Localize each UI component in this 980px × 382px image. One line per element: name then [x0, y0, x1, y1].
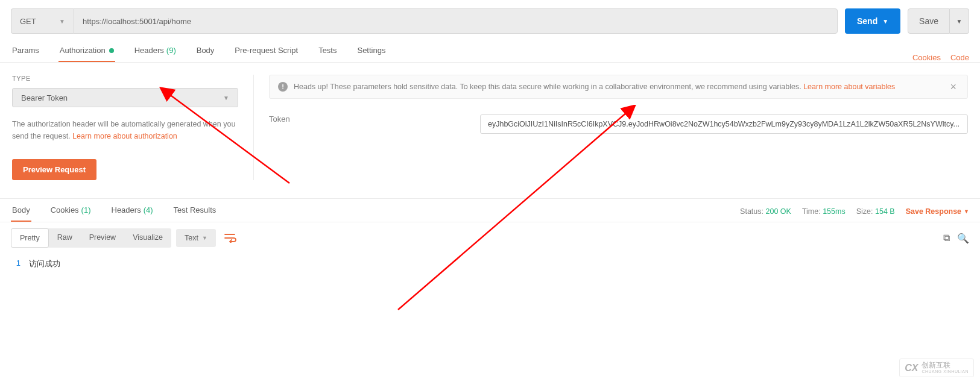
tab-settings[interactable]: Settings	[356, 46, 387, 62]
url-input[interactable]	[74, 8, 838, 34]
request-bar: GET ▼ Send ▼ Save ▼	[0, 0, 980, 42]
type-label: TYPE	[12, 75, 238, 82]
view-raw[interactable]: Raw	[49, 228, 81, 248]
save-response-button[interactable]: Save Response ▼	[906, 207, 969, 216]
view-preview[interactable]: Preview	[81, 228, 124, 248]
toolbar-right: ⧉ 🔍	[943, 233, 969, 244]
status-block: Status: 200 OK	[740, 207, 791, 216]
request-tabs: Params Authorization Headers (9) Body Pr…	[0, 42, 980, 63]
format-select[interactable]: Text ▼	[176, 229, 216, 247]
status-dot-icon	[109, 48, 114, 53]
tab-resp-body[interactable]: Body	[11, 205, 31, 222]
save-button[interactable]: Save	[908, 8, 950, 34]
authorization-panel: TYPE Bearer Token ▼ The authorization he…	[0, 63, 980, 198]
token-input[interactable]	[480, 114, 968, 134]
copy-icon[interactable]: ⧉	[943, 233, 950, 244]
tab-resp-headers[interactable]: Headers (4)	[110, 205, 154, 222]
status-value: 200 OK	[766, 207, 791, 216]
cookies-link[interactable]: Cookies	[912, 53, 941, 62]
auth-right: ! Heads up! These parameters hold sensit…	[269, 75, 980, 180]
code-link[interactable]: Code	[950, 53, 969, 62]
send-button[interactable]: Send ▼	[845, 8, 900, 34]
sensitive-data-alert: ! Heads up! These parameters hold sensit…	[269, 75, 968, 99]
watermark-text: 创新互联	[922, 362, 969, 369]
watermark-logo: CX	[905, 363, 918, 374]
size-value: 154 B	[875, 207, 895, 216]
search-icon[interactable]: 🔍	[957, 233, 969, 244]
separator	[253, 75, 254, 180]
caret-down-icon: ▼	[202, 235, 207, 241]
line-number: 1	[11, 258, 29, 269]
tab-params[interactable]: Params	[11, 46, 40, 62]
caret-down-icon: ▼	[882, 18, 888, 25]
watermark: CX 创新互联 CHUANG XINHULIAN	[899, 359, 974, 377]
response-meta: Status: 200 OK Time: 155ms Size: 154 B S…	[740, 207, 969, 222]
preview-request-button[interactable]: Preview Request	[12, 159, 96, 180]
info-icon: !	[278, 82, 288, 92]
auth-type-select[interactable]: Bearer Token ▼	[12, 88, 238, 107]
alert-text: Heads up! These parameters hold sensitiv…	[294, 83, 895, 91]
learn-more-variables-link[interactable]: Learn more about variables	[803, 83, 895, 91]
view-visualize[interactable]: Visualize	[124, 228, 171, 248]
tab-headers[interactable]: Headers (9)	[133, 46, 177, 62]
watermark-sub: CHUANG XINHULIAN	[922, 369, 969, 374]
save-dropdown-button[interactable]: ▼	[950, 8, 969, 34]
response-toolbar: Pretty Raw Preview Visualize Text ▼ ⧉ 🔍	[0, 222, 980, 254]
send-label: Send	[857, 16, 877, 26]
view-mode-group: Pretty Raw Preview Visualize	[11, 228, 171, 248]
auth-left: TYPE Bearer Token ▼ The authorization he…	[12, 75, 250, 180]
time-block: Time: 155ms	[802, 207, 846, 216]
word-wrap-icon[interactable]	[221, 228, 240, 248]
caret-down-icon: ▼	[964, 208, 969, 214]
tab-resp-tests[interactable]: Test Results	[172, 205, 218, 222]
tab-prerequest[interactable]: Pre-request Script	[233, 46, 299, 62]
close-icon[interactable]: ×	[947, 81, 959, 92]
time-value: 155ms	[823, 207, 846, 216]
size-block: Size: 154 B	[856, 207, 895, 216]
auth-type-value: Bearer Token	[21, 93, 68, 102]
response-body: 1 访问成功	[0, 254, 980, 274]
save-group: Save ▼	[908, 8, 969, 34]
tab-resp-cookies[interactable]: Cookies (1)	[49, 205, 92, 222]
code-line: 1 访问成功	[0, 257, 980, 271]
learn-more-auth-link[interactable]: Learn more about authorization	[72, 132, 177, 140]
tab-authorization[interactable]: Authorization	[58, 46, 115, 62]
tab-tests[interactable]: Tests	[317, 46, 338, 62]
auth-description: The authorization header will be automat…	[12, 118, 238, 142]
token-row: Token	[269, 114, 968, 134]
tab-body[interactable]: Body	[195, 46, 216, 62]
tabs-right: Cookies Code	[912, 53, 969, 62]
token-label: Token	[269, 114, 480, 134]
caret-down-icon: ▼	[59, 18, 65, 25]
method-value: GET	[20, 17, 36, 26]
caret-down-icon: ▼	[223, 95, 229, 101]
line-content: 访问成功	[29, 258, 60, 269]
method-select[interactable]: GET ▼	[11, 8, 74, 34]
view-pretty[interactable]: Pretty	[11, 228, 49, 248]
response-tabs: Body Cookies (1) Headers (4) Test Result…	[0, 198, 980, 222]
